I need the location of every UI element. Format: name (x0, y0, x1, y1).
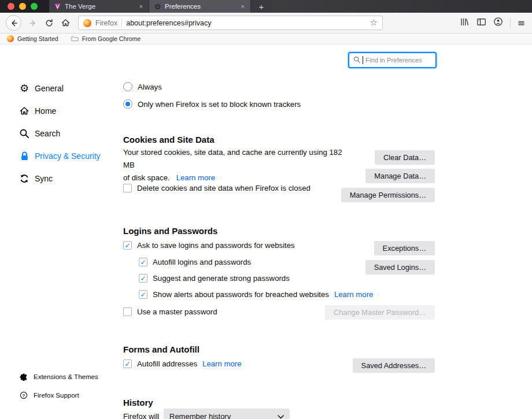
saved-logins-button[interactable]: Saved Logins… (365, 260, 435, 275)
history-mode-select[interactable]: Remember history (164, 409, 290, 419)
svg-text:?: ? (22, 393, 25, 398)
tab-preferences[interactable]: ⚙ Preferences × (149, 0, 251, 13)
bookmarks-bar: Getting Started From Google Chrome (0, 34, 532, 45)
close-tab-icon[interactable]: × (138, 3, 144, 10)
cookies-description: Your stored cookies, site data, and cach… (123, 146, 354, 184)
tab-bar-spacer (272, 0, 532, 13)
forward-button[interactable] (25, 15, 41, 31)
master-password-checkbox[interactable] (123, 307, 132, 316)
autofill-logins-row: Autofill logins and passwords (139, 258, 251, 266)
radio-label: Only when Firefox is set to block known … (138, 100, 301, 109)
ask-save-logins-row: Ask to save logins and passwords for web… (123, 241, 295, 250)
sidebar-item-sync[interactable]: Sync (0, 167, 116, 190)
url-separator (121, 18, 122, 28)
account-icon[interactable] (493, 17, 503, 29)
sidebar-label: Sync (35, 174, 53, 183)
question-mark-icon: ? (19, 391, 28, 400)
suggest-passwords-checkbox[interactable] (139, 274, 147, 283)
find-in-preferences-input[interactable] (365, 57, 431, 64)
history-prefix: Firefox will (123, 412, 159, 419)
checkbox-label: Ask to save logins and passwords for web… (137, 241, 295, 250)
history-section-heading: History (123, 398, 153, 407)
url-text[interactable]: about:preferences#privacy (126, 19, 365, 27)
ask-save-logins-checkbox[interactable] (123, 241, 132, 250)
chevron-down-icon (278, 412, 284, 419)
find-in-preferences-box[interactable] (348, 52, 437, 68)
bookmark-label: From Google Chrome (82, 35, 141, 42)
checkbox-label: Autofill addresses (137, 359, 197, 368)
sidebar-label: General (35, 84, 64, 93)
back-button[interactable] (6, 15, 21, 31)
verge-favicon-icon (54, 3, 61, 10)
exceptions-button[interactable]: Exceptions… (374, 241, 435, 255)
checkbox-label: Use a master password (137, 307, 217, 316)
cookies-learn-more-link[interactable]: Learn more (176, 173, 215, 182)
tab-bar: The Verge × ⚙ Preferences × + (0, 0, 532, 13)
checkbox-label: Autofill logins and passwords (153, 258, 251, 266)
home-icon (61, 18, 71, 28)
manage-permissions-button[interactable]: Manage Permissions… (341, 188, 435, 202)
search-icon (19, 128, 29, 139)
manage-data-button[interactable]: Manage Data… (365, 169, 435, 183)
back-arrow-icon (9, 18, 19, 28)
clear-data-button[interactable]: Clear Data… (375, 150, 435, 165)
close-tab-icon[interactable]: × (240, 3, 246, 10)
delete-cookies-checkbox[interactable] (123, 184, 132, 192)
preferences-gear-favicon-icon: ⚙ (154, 3, 161, 10)
sidebar-label: Firefox Support (34, 392, 79, 399)
logins-section-heading: Logins and Passwords (123, 226, 217, 236)
tab-the-verge[interactable]: The Verge × (49, 0, 149, 13)
radio-always[interactable] (123, 82, 132, 91)
lock-icon (19, 151, 29, 161)
gear-icon: ⚙ (19, 83, 29, 94)
reload-button[interactable] (41, 15, 57, 31)
bookmark-folder-from-google-chrome[interactable]: From Google Chrome (71, 35, 141, 43)
master-password-row: Use a master password (123, 307, 217, 316)
bookmark-label: Getting Started (17, 35, 58, 42)
forward-arrow-icon (28, 18, 38, 28)
home-button[interactable] (57, 15, 73, 31)
fullscreen-window-button[interactable] (31, 3, 38, 10)
new-tab-button[interactable]: + (251, 0, 272, 13)
sidebar-label: Home (35, 106, 56, 116)
checkbox-label: Show alerts about passwords for breached… (153, 290, 329, 299)
browser-window: The Verge × ⚙ Preferences × + (0, 0, 532, 419)
preferences-page: ⚙ General Home Search Privacy & Security (0, 45, 532, 419)
checkbox-label: Suggest and generate strong passwords (153, 274, 290, 283)
sidebar-item-privacy-security[interactable]: Privacy & Security (0, 144, 116, 167)
breach-alerts-checkbox[interactable] (139, 290, 147, 299)
sidebar-item-extensions-themes[interactable]: Extensions & Themes (0, 368, 116, 386)
bookmark-star-icon[interactable]: ☆ (370, 18, 378, 27)
sidebar-item-general[interactable]: ⚙ General (0, 77, 116, 99)
autofill-addresses-row: Autofill addresses Learn more (123, 359, 242, 368)
library-icon[interactable] (460, 17, 470, 29)
radio-label: Always (138, 83, 162, 91)
sidebar-label: Search (35, 129, 60, 138)
url-brand-label: Firefox (95, 19, 117, 27)
radio-row-always: Always (123, 82, 162, 91)
text-caret (363, 56, 363, 64)
navigation-toolbar: Firefox about:preferences#privacy ☆ (0, 13, 532, 34)
minimize-window-button[interactable] (19, 3, 26, 10)
change-master-password-button: Change Master Password… (325, 305, 435, 320)
autofill-logins-checkbox[interactable] (139, 258, 147, 266)
sidebar-label: Extensions & Themes (34, 373, 98, 380)
sidebar-item-search[interactable]: Search (0, 122, 116, 144)
bookmark-getting-started[interactable]: Getting Started (7, 35, 58, 42)
search-icon (353, 56, 360, 65)
select-value: Remember history (169, 412, 231, 419)
breach-alerts-learn-more-link[interactable]: Learn more (334, 290, 373, 299)
url-bar[interactable]: Firefox about:preferences#privacy ☆ (78, 16, 383, 30)
firefox-logo-icon (83, 19, 91, 27)
radio-only-when-blocking[interactable] (123, 99, 132, 109)
radio-row-only-when-blocking: Only when Firefox is set to block known … (123, 99, 301, 109)
saved-addresses-button[interactable]: Saved Addresses… (353, 358, 435, 373)
toolbar-right-icons: ≡ (460, 17, 526, 29)
hamburger-menu-icon[interactable]: ≡ (518, 18, 525, 28)
sidebar-item-firefox-support[interactable]: ? Firefox Support (0, 386, 116, 405)
autofill-addresses-checkbox[interactable] (123, 359, 132, 368)
forms-learn-more-link[interactable]: Learn more (202, 359, 241, 368)
sidebar-toggle-icon[interactable] (476, 17, 486, 29)
close-window-button[interactable] (8, 3, 14, 10)
sidebar-item-home[interactable]: Home (0, 99, 116, 122)
